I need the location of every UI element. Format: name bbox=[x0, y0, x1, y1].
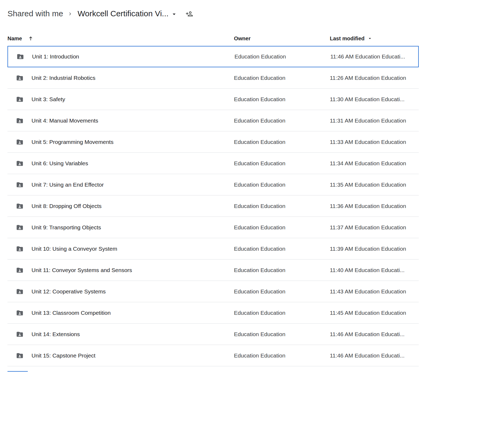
folder-owner: Education Education bbox=[234, 246, 330, 252]
folder-name: Unit 10: Using a Conveyor System bbox=[32, 246, 117, 252]
column-header-last-modified[interactable]: Last modified bbox=[330, 36, 365, 42]
folder-last-modified: 11:36 AM Education Education bbox=[330, 203, 419, 209]
folder-name: Unit 6: Using Variables bbox=[32, 160, 88, 167]
folder-name: Unit 3: Safety bbox=[32, 96, 65, 103]
partial-row-selection-indicator bbox=[7, 371, 28, 372]
shared-folder-icon bbox=[16, 352, 24, 359]
folder-name: Unit 7: Using an End Effector bbox=[32, 182, 104, 188]
folder-name: Unit 4: Manual Movements bbox=[32, 117, 98, 124]
arrow-drop-down-icon[interactable] bbox=[171, 11, 178, 18]
shared-folder-icon bbox=[16, 288, 24, 295]
table-row[interactable]: Unit 4: Manual Movements Education Educa… bbox=[7, 110, 419, 131]
table-row[interactable]: Unit 11: Conveyor Systems and Sensors Ed… bbox=[7, 260, 419, 281]
folder-owner: Education Education bbox=[234, 75, 330, 81]
folder-name: Unit 14: Extensions bbox=[32, 331, 80, 337]
table-header: Name Owner Last modified bbox=[7, 31, 419, 46]
file-table: Name Owner Last modified bbox=[7, 31, 419, 366]
shared-folder-icon bbox=[16, 181, 24, 188]
folder-last-modified: 11:46 AM Education Educati... bbox=[330, 331, 419, 337]
folder-owner: Education Education bbox=[234, 182, 330, 188]
folder-last-modified: 11:30 AM Education Educati... bbox=[330, 96, 419, 103]
table-row[interactable]: Unit 10: Using a Conveyor System Educati… bbox=[7, 238, 419, 260]
shared-folder-icon bbox=[17, 53, 24, 60]
folder-last-modified: 11:46 AM Education Educati... bbox=[330, 53, 418, 60]
table-row[interactable]: Unit 7: Using an End Effector Education … bbox=[7, 174, 419, 195]
table-row[interactable]: Unit 14: Extensions Education Education … bbox=[7, 324, 419, 345]
folder-last-modified: 11:34 AM Education Education bbox=[330, 160, 419, 167]
table-row[interactable]: Unit 9: Transporting Objects Education E… bbox=[7, 217, 419, 238]
folder-owner: Education Education bbox=[234, 53, 330, 60]
folder-owner: Education Education bbox=[234, 139, 330, 145]
folder-owner: Education Education bbox=[234, 160, 330, 167]
folder-owner: Education Education bbox=[234, 224, 330, 231]
table-row[interactable]: Unit 12: Cooperative Systems Education E… bbox=[7, 281, 419, 302]
shared-folder-icon bbox=[16, 74, 24, 82]
shared-folder-icon bbox=[16, 202, 24, 210]
folder-owner: Education Education bbox=[234, 310, 330, 316]
folder-owner: Education Education bbox=[234, 331, 330, 337]
folder-name: Unit 5: Programming Movements bbox=[32, 139, 113, 145]
folder-name: Unit 11: Conveyor Systems and Sensors bbox=[32, 267, 132, 273]
arrow-drop-down-icon bbox=[367, 36, 373, 41]
folder-last-modified: 11:35 AM Education Education bbox=[330, 182, 419, 188]
folder-name: Unit 8: Dropping Off Objects bbox=[32, 203, 101, 209]
folder-owner: Education Education bbox=[234, 96, 330, 103]
folder-last-modified: 11:45 AM Education Education bbox=[330, 310, 419, 316]
table-row[interactable]: Unit 1: Introduction Education Education… bbox=[7, 46, 419, 67]
table-row[interactable]: Unit 3: Safety Education Education 11:30… bbox=[7, 89, 419, 110]
arrow-up-icon[interactable] bbox=[28, 36, 34, 41]
person-add-icon[interactable] bbox=[186, 10, 193, 18]
folder-last-modified: 11:43 AM Education Education bbox=[330, 288, 419, 295]
file-list: Unit 1: Introduction Education Education… bbox=[7, 46, 419, 366]
folder-last-modified: 11:26 AM Education Education bbox=[330, 75, 419, 81]
folder-last-modified: 11:39 AM Education Education bbox=[330, 246, 419, 252]
breadcrumb: Shared with me Workcell Certification Vi… bbox=[0, 0, 501, 20]
folder-owner: Education Education bbox=[234, 288, 330, 295]
folder-owner: Education Education bbox=[234, 203, 330, 209]
folder-name: Unit 15: Capstone Project bbox=[32, 352, 95, 359]
shared-folder-icon bbox=[16, 160, 24, 167]
folder-last-modified: 11:31 AM Education Education bbox=[330, 117, 419, 124]
shared-folder-icon bbox=[16, 331, 24, 338]
shared-folder-icon bbox=[16, 96, 24, 103]
column-header-owner[interactable]: Owner bbox=[234, 36, 250, 41]
table-row[interactable]: Unit 8: Dropping Off Objects Education E… bbox=[7, 195, 419, 217]
shared-folder-icon bbox=[16, 224, 24, 231]
folder-name: Unit 13: Classroom Competition bbox=[32, 310, 111, 316]
table-row[interactable]: Unit 15: Capstone Project Education Educ… bbox=[7, 345, 419, 366]
table-row[interactable]: Unit 6: Using Variables Education Educat… bbox=[7, 153, 419, 174]
chevron-right-icon bbox=[67, 11, 73, 17]
shared-folder-icon bbox=[16, 309, 24, 317]
folder-last-modified: 11:46 AM Education Educati... bbox=[330, 352, 419, 359]
folder-name: Unit 1: Introduction bbox=[32, 53, 79, 60]
folder-name: Unit 9: Transporting Objects bbox=[32, 224, 101, 231]
breadcrumb-shared-with-me[interactable]: Shared with me bbox=[7, 9, 63, 18]
shared-folder-icon bbox=[16, 266, 24, 274]
shared-folder-icon bbox=[16, 138, 24, 146]
column-header-name[interactable]: Name bbox=[7, 36, 22, 42]
folder-owner: Education Education bbox=[234, 267, 330, 273]
table-row[interactable]: Unit 5: Programming Movements Education … bbox=[7, 131, 419, 153]
folder-last-modified: 11:33 AM Education Education bbox=[330, 139, 419, 145]
folder-owner: Education Education bbox=[234, 352, 330, 359]
shared-folder-icon bbox=[16, 117, 24, 124]
folder-name: Unit 12: Cooperative Systems bbox=[32, 288, 106, 295]
folder-name: Unit 2: Industrial Robotics bbox=[32, 75, 95, 81]
folder-owner: Education Education bbox=[234, 117, 330, 124]
shared-folder-icon bbox=[16, 245, 24, 253]
table-row[interactable]: Unit 2: Industrial Robotics Education Ed… bbox=[7, 67, 419, 89]
folder-last-modified: 11:40 AM Education Educati... bbox=[330, 267, 419, 273]
breadcrumb-current-folder[interactable]: Workcell Certification Vi... bbox=[77, 9, 169, 18]
folder-last-modified: 11:37 AM Education Education bbox=[330, 224, 419, 231]
table-row[interactable]: Unit 13: Classroom Competition Education… bbox=[7, 302, 419, 324]
